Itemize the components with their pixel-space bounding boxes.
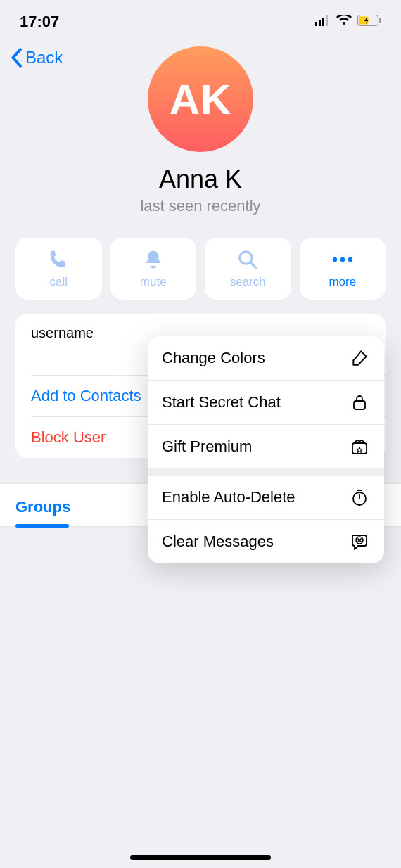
menu-change-colors[interactable]: Change Colors <box>148 336 384 380</box>
contact-name: Anna K <box>0 165 401 194</box>
call-button[interactable]: call <box>15 238 102 300</box>
username-value <box>31 341 129 359</box>
more-button[interactable]: more <box>300 238 386 300</box>
search-label: search <box>230 275 266 289</box>
wifi-icon <box>336 15 352 29</box>
search-icon <box>237 248 258 271</box>
avatar-initials: AK <box>170 75 232 124</box>
svg-rect-13 <box>352 443 367 454</box>
clear-chat-icon <box>349 532 370 551</box>
svg-point-9 <box>333 257 337 262</box>
avatar[interactable]: AK <box>148 46 253 152</box>
call-label: call <box>49 275 68 289</box>
contact-status: last seen recently <box>0 197 401 215</box>
menu-enable-auto-delete[interactable]: Enable Auto-Delete <box>148 476 384 519</box>
mute-label: mute <box>140 275 167 289</box>
tab-groups-label: Groups <box>15 498 70 516</box>
menu-change-colors-label: Change Colors <box>162 349 265 367</box>
menu-enable-auto-delete-label: Enable Auto-Delete <box>162 488 295 506</box>
back-label: Back <box>25 48 63 68</box>
svg-point-7 <box>240 252 253 264</box>
more-icon <box>331 248 355 271</box>
back-button[interactable]: Back <box>4 44 68 72</box>
gift-icon <box>349 438 370 456</box>
svg-rect-2 <box>322 18 324 26</box>
profile-header: AK Anna K last seen recently <box>0 46 401 215</box>
brush-icon <box>349 349 370 367</box>
search-button[interactable]: search <box>205 238 291 300</box>
lock-icon <box>349 393 370 411</box>
svg-rect-1 <box>319 20 321 26</box>
status-icons <box>315 15 381 29</box>
menu-gift-premium[interactable]: Gift Premium <box>148 424 384 468</box>
phone-icon <box>48 248 69 271</box>
svg-rect-6 <box>379 18 381 23</box>
bell-icon <box>143 248 164 271</box>
mute-button[interactable]: mute <box>110 238 197 300</box>
svg-rect-3 <box>326 15 328 26</box>
tab-groups[interactable]: Groups <box>0 484 86 526</box>
cellular-icon <box>315 15 331 29</box>
battery-icon <box>357 15 381 29</box>
menu-clear-messages-label: Clear Messages <box>162 532 274 551</box>
tab-underline <box>15 524 69 528</box>
status-bar: 17:07 <box>0 0 401 39</box>
menu-start-secret-chat-label: Start Secret Chat <box>162 393 281 411</box>
svg-rect-12 <box>354 401 365 409</box>
status-time: 17:07 <box>20 13 59 31</box>
menu-gift-premium-label: Gift Premium <box>162 438 252 456</box>
home-indicator[interactable] <box>130 855 271 860</box>
more-label: more <box>329 275 356 289</box>
menu-clear-messages[interactable]: Clear Messages <box>148 519 384 563</box>
timer-icon <box>349 488 370 506</box>
svg-rect-0 <box>315 22 317 26</box>
svg-line-8 <box>251 263 257 269</box>
action-row: call mute search more <box>0 238 401 300</box>
menu-start-secret-chat[interactable]: Start Secret Chat <box>148 380 384 424</box>
chevron-left-icon <box>10 48 23 68</box>
svg-point-11 <box>348 257 352 262</box>
svg-point-10 <box>340 257 345 262</box>
more-popover: Change Colors Start Secret Chat Gift Pre… <box>148 336 384 563</box>
